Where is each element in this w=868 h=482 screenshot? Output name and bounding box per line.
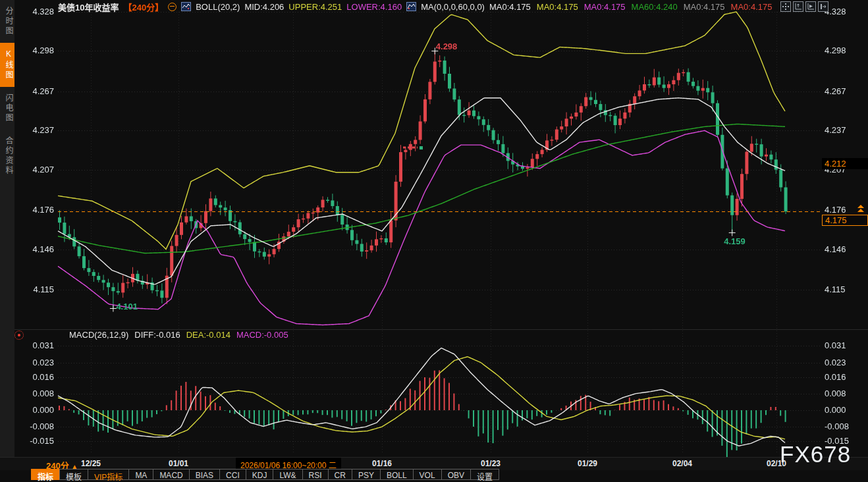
ma-value-2: MA0:4.175 [584,2,626,12]
toolbar-settings-button[interactable]: 设置 [470,469,499,480]
ma-value-4: MA0:4.175 [684,2,725,12]
toolbar-item-MACD[interactable]: MACD [153,469,189,480]
toolbar-item-LW&[interactable]: LW& [273,469,302,480]
toolbar-item-模板[interactable]: 模板 [59,469,88,480]
macd-macd-value: MACD:-0.005 [236,330,288,340]
swing-low-annotation: 4.159 [724,236,746,246]
period-badge[interactable]: 【240分】 [123,1,163,13]
boll-chart-thumb-icon[interactable] [181,2,191,11]
boll-lower-value: LOWER:4.160 [346,2,402,12]
ma-params-label: MA(0,0,0,60,0,0) [421,2,485,12]
macd-diff-value: DIFF:-0.016 [134,330,180,340]
boll-upper-value: UPPER:4.251 [288,2,342,12]
app-root: 分时图K线图闪电图合约资料 美债10年收益率 【240分】 BOLL(20,2)… [0,0,868,482]
candlestick-chart-canvas[interactable] [0,0,868,457]
move-icon[interactable] [780,1,791,12]
macd-header: MACD(26,12,9) DIFF:-0.016 DEA:-0.014 MAC… [69,330,288,340]
sidebar-item-0[interactable]: 分时图 [0,0,14,43]
price-tick-right: 4.267 [825,86,846,96]
last-price-tag: 4.175 [822,215,868,226]
sidebar-item-3[interactable]: 合约资料 [0,130,14,182]
price-tick-right: 4.298 [825,45,846,55]
macd-tick-right: 0.016 [825,372,846,382]
pane-shift-icon[interactable] [818,1,828,12]
toolbar-item-CR[interactable]: CR [328,469,352,480]
boll-mid-value: MID:4.206 [244,2,284,12]
date-tick: 01/16 [372,459,392,468]
macd-tick-right: -0.008 [825,421,849,431]
date-tick: 12/25 [81,459,101,468]
low-price-annotation: 4.101 [116,302,138,311]
toolbar-item-RSI[interactable]: RSI [302,469,329,480]
macd-tick-right: 0.000 [825,405,846,415]
price-tick-right: 4.146 [825,244,846,254]
time-axis-strip: 240分 ▲ 12/2501/0101/1601/2301/2902/0402/… [0,457,868,470]
price-alert-arrow-icon[interactable] [857,205,864,213]
toolbar-item-VOL[interactable]: VOL [413,469,442,480]
macd-tick-right: 0.031 [825,340,846,350]
toolbar-item-指标[interactable]: 指标 [31,469,60,480]
macd-dea-value: DEA:-0.014 [186,330,231,340]
date-tick: 02/04 [672,459,692,468]
toolbar-item-BIAS[interactable]: BIAS [189,469,220,480]
ma-value-3: MA60:4.240 [632,2,678,12]
axis-play-icon[interactable] [805,1,816,12]
ma-value-1: MA0:4.175 [537,2,578,12]
high-price-annotation: 4.298 [436,41,458,51]
ma-values: MA0:4.175MA0:4.175MA0:4.175MA60:4.240MA0… [489,2,772,12]
price-tick-right: 4.176 [825,205,846,215]
macd-params-label: MACD(26,12,9) [69,330,128,340]
toolbar-item-OBV[interactable]: OBV [441,469,471,480]
date-tick: 01/23 [481,459,501,468]
axis-zoom-icon[interactable] [793,1,803,12]
ma-chart-thumb-icon[interactable] [406,2,416,11]
indicator-toolbar: 指标模板VIP指标MAMACDBIASCCIKDJLW&RSICRPSYBOLL… [32,469,499,482]
toolbar-item-CCI[interactable]: CCI [219,469,246,480]
toolbar-item-VIP指标[interactable]: VIP指标 [88,469,129,480]
sidebar-item-1[interactable]: K线图 [0,43,14,87]
date-tick: 01/01 [169,459,188,468]
sidebar: 分时图K线图闪电图合约资料 [0,0,14,457]
price-tick-right: 4.237 [825,125,846,135]
chart-header: 美债10年收益率 【240分】 BOLL(20,2) MID:4.206 UPP… [58,1,772,12]
ma-value-0: MA0:4.175 [489,2,531,12]
instrument-title: 美债10年收益率 [58,1,119,13]
boll-label: BOLL(20,2) [196,2,240,12]
collapse-minus-icon[interactable] [168,3,176,11]
toolbar-item-BOLL[interactable]: BOLL [380,469,414,480]
ma-value-5: MA0:4.175 [731,2,773,12]
toolbar-item-MA[interactable]: MA [128,469,153,480]
window-controls [780,1,828,12]
macd-tick-right: 0.023 [825,358,846,367]
toolbar-item-PSY[interactable]: PSY [352,469,381,480]
cursor-price-tag: 4.212 [822,158,868,169]
price-tick-right: 4.115 [825,284,846,294]
macd-tick-right: 0.008 [825,388,846,398]
sidebar-item-2[interactable]: 闪电图 [0,87,14,130]
macd-pane-marker-icon[interactable] [14,331,24,340]
toolbar-item-KDJ[interactable]: KDJ [246,469,274,480]
watermark: FX678 [780,441,851,468]
date-tick: 01/29 [578,459,597,468]
